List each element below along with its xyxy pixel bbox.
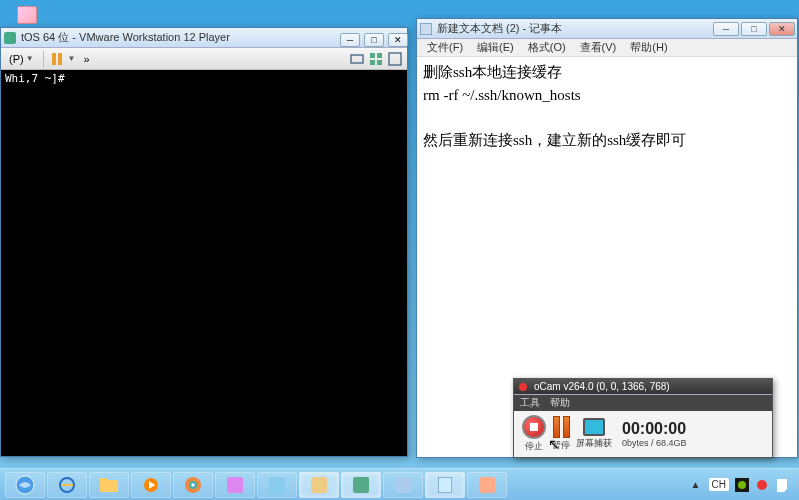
desktop-shortcut[interactable] — [12, 4, 42, 26]
svg-rect-19 — [227, 477, 243, 493]
taskbar-app-7[interactable] — [467, 472, 507, 498]
language-indicator[interactable]: CH — [709, 478, 729, 491]
svg-rect-5 — [377, 60, 382, 65]
svg-point-18 — [191, 483, 195, 487]
svg-rect-22 — [353, 477, 369, 493]
monitor-icon — [583, 418, 605, 436]
pause-button[interactable]: 暂停 — [552, 416, 570, 452]
svg-rect-7 — [420, 23, 432, 35]
menu-format[interactable]: 格式(O) — [522, 39, 572, 56]
player-menu[interactable]: (P) ▼ — [5, 51, 38, 67]
ocam-titlebar[interactable]: oCam v264.0 (0, 0, 1366, 768) — [514, 379, 772, 395]
tray-ocam-icon[interactable] — [755, 478, 769, 492]
svg-rect-4 — [370, 60, 375, 65]
menu-view[interactable]: 查看(V) — [574, 39, 623, 56]
vmware-icon — [3, 31, 17, 45]
ocam-menubar: 工具 帮助 — [514, 395, 772, 411]
svg-rect-11 — [100, 480, 118, 492]
toolbar-separator — [43, 51, 44, 67]
vmware-toolbar: (P) ▼ ▼ » — [1, 48, 407, 70]
recording-status: 0bytes / 68.4GB — [622, 438, 687, 448]
terminal-output[interactable]: Whi,7 ~]# — [1, 70, 407, 456]
menu-file[interactable]: 文件(F) — [421, 39, 469, 56]
svg-rect-2 — [370, 53, 375, 58]
svg-rect-0 — [4, 32, 16, 44]
svg-rect-12 — [100, 478, 108, 481]
ocam-body: 停止 暂停 屏幕捕获 00:00:00 0bytes / 68.4GB — [514, 411, 772, 457]
menu-tools[interactable]: 工具 — [520, 396, 540, 410]
record-stop-icon — [522, 415, 546, 439]
taskbar-explorer[interactable] — [89, 472, 129, 498]
taskbar-app-2[interactable] — [257, 472, 297, 498]
detached-window-controls: ─ □ ✕ — [340, 33, 408, 47]
taskbar-notepad[interactable] — [425, 472, 465, 498]
capture-button[interactable]: 屏幕捕获 — [576, 418, 612, 450]
system-tray: ▲ CH — [683, 478, 795, 492]
taskbar-mediaplayer[interactable] — [131, 472, 171, 498]
svg-point-28 — [757, 480, 767, 490]
dropdown-arrow-icon: ▼ — [26, 54, 34, 63]
dropdown-arrow-icon[interactable]: ▼ — [68, 54, 76, 63]
notepad-icon — [419, 22, 433, 36]
ocam-title: oCam v264.0 (0, 0, 1366, 768) — [534, 381, 770, 392]
pause-icon — [52, 53, 62, 65]
pause-icon — [553, 416, 570, 438]
taskbar-app-5[interactable] — [383, 472, 423, 498]
stop-button[interactable]: 停止 — [522, 415, 546, 453]
close-button[interactable]: ✕ — [388, 33, 408, 47]
tray-action-center-icon[interactable] — [775, 478, 789, 492]
minimize-button[interactable]: ─ — [340, 33, 360, 47]
maximize-button[interactable]: □ — [364, 33, 384, 47]
taskbar-app-3[interactable] — [299, 472, 339, 498]
devices-button[interactable] — [349, 51, 365, 67]
svg-rect-3 — [377, 53, 382, 58]
svg-point-8 — [519, 383, 527, 391]
pause-button[interactable] — [49, 51, 65, 67]
fullscreen-button[interactable] — [387, 51, 403, 67]
menu-help[interactable]: 帮助 — [550, 396, 570, 410]
notepad-titlebar[interactable]: 新建文本文档 (2) - 记事本 ─ □ ✕ — [417, 19, 797, 39]
notepad-menubar: 文件(F) 编辑(E) 格式(O) 查看(V) 帮助(H) — [417, 39, 797, 57]
taskbar-vmware[interactable] — [341, 472, 381, 498]
svg-rect-20 — [269, 477, 285, 493]
svg-rect-1 — [351, 55, 363, 63]
close-button[interactable]: ✕ — [769, 22, 795, 36]
shortcut-icon — [17, 6, 37, 24]
unity-button[interactable] — [368, 51, 384, 67]
svg-rect-23 — [395, 477, 411, 493]
vmware-window: tOS 64 位 - VMware Workstation 12 Player … — [0, 27, 408, 457]
ocam-icon — [516, 380, 530, 394]
maximize-button[interactable]: □ — [741, 22, 767, 36]
tray-nvidia-icon[interactable] — [735, 478, 749, 492]
svg-point-27 — [738, 481, 746, 489]
svg-rect-25 — [479, 477, 495, 493]
menu-help[interactable]: 帮助(H) — [624, 39, 673, 56]
taskbar-chrome[interactable] — [173, 472, 213, 498]
svg-rect-24 — [438, 477, 452, 493]
notepad-title: 新建文本文档 (2) - 记事本 — [437, 21, 713, 36]
taskbar-ie[interactable] — [47, 472, 87, 498]
recording-timer: 00:00:00 — [622, 420, 686, 438]
svg-rect-21 — [311, 477, 327, 493]
minimize-button[interactable]: ─ — [713, 22, 739, 36]
menu-edit[interactable]: 编辑(E) — [471, 39, 520, 56]
svg-rect-6 — [389, 53, 401, 65]
start-button[interactable] — [5, 472, 45, 498]
send-ctrl-alt-del-button[interactable]: » — [79, 51, 95, 67]
ocam-window: oCam v264.0 (0, 0, 1366, 768) 工具 帮助 停止 暂… — [513, 378, 773, 458]
taskbar: ▲ CH — [0, 468, 799, 500]
tray-expand-icon[interactable]: ▲ — [689, 478, 703, 492]
taskbar-app-1[interactable] — [215, 472, 255, 498]
